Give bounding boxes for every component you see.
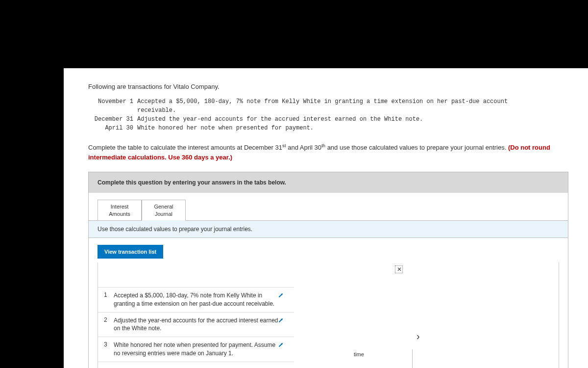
given-txn-row: November 1 Accepted a $5,000, 180-day, 7… xyxy=(88,97,568,106)
given-txn-row: receivable. xyxy=(88,106,568,115)
top-blackbar xyxy=(0,0,588,68)
tab-subinstruction: Use those calculated values to prepare y… xyxy=(89,220,568,238)
instr-sup: th xyxy=(321,143,325,148)
tab-strip: Interest Amounts General Journal xyxy=(89,193,568,221)
tab-label: Interest Amounts xyxy=(105,203,134,217)
instr-sup: st xyxy=(282,143,286,148)
given-txn-row: April 30 White honored her note when pre… xyxy=(88,124,568,132)
instr-part: and April 30 xyxy=(286,144,321,151)
edit-pencil-icon[interactable] xyxy=(278,341,288,358)
transaction-list-panel: ✕ 1 Accepted a $5,000, 180-day, 7% note … xyxy=(98,263,559,368)
instr-part: and use those calculated values to prepa… xyxy=(325,144,508,151)
list-item: 3 White honored her note when presented … xyxy=(98,337,294,362)
chevron-right-icon[interactable]: › xyxy=(416,331,420,342)
intro-text: Following are transactions for Vitalo Co… xyxy=(88,83,568,90)
given-txn-date: April 30 xyxy=(88,124,137,132)
list-item-number: 3 xyxy=(104,341,114,358)
list-item: 2 Adjusted the year-end accounts for the… xyxy=(98,312,294,337)
fragment-time-label: time xyxy=(354,351,364,357)
given-txn-date-blank xyxy=(88,106,137,115)
list-item-text: Adjusted the year-end accounts for the a… xyxy=(114,316,278,333)
tab-general-journal[interactable]: General Journal xyxy=(142,200,186,221)
left-blackbar xyxy=(0,68,64,368)
content-area: Following are transactions for Vitalo Co… xyxy=(64,68,588,368)
given-txn-row: December 31 Adjusted the year-end accoun… xyxy=(88,115,568,124)
given-txn-desc: receivable. xyxy=(137,106,568,115)
answer-banner: Complete this question by entering your … xyxy=(89,172,568,193)
list-item-number: 2 xyxy=(104,316,114,333)
given-txn-desc: Accepted a $5,000, 180-day, 7% note from… xyxy=(137,97,568,106)
close-icon[interactable]: ✕ xyxy=(395,265,403,273)
view-transaction-list-button[interactable]: View transaction list xyxy=(98,245,163,259)
list-item: 1 Accepted a $5,000, 180-day, 7% note fr… xyxy=(98,287,294,312)
given-txn-desc: Adjusted the year-end accounts for the a… xyxy=(137,115,568,124)
given-txn-desc: White honored her note when presented fo… xyxy=(137,124,568,132)
given-transactions: November 1 Accepted a $5,000, 180-day, 7… xyxy=(88,97,568,132)
fragment-time-box: time xyxy=(354,349,413,368)
tab-label: General Journal xyxy=(149,203,178,217)
given-txn-date: November 1 xyxy=(88,97,137,106)
edit-pencil-icon[interactable] xyxy=(278,291,288,308)
edit-pencil-icon[interactable] xyxy=(278,316,288,333)
given-txn-date: December 31 xyxy=(88,115,137,124)
tab-interest-amounts[interactable]: Interest Amounts xyxy=(98,200,142,221)
main-row: Following are transactions for Vitalo Co… xyxy=(0,68,588,368)
list-item-number: 1 xyxy=(104,291,114,308)
instruction-text: Complete the table to calculate the inte… xyxy=(88,142,568,162)
answer-container: Complete this question by entering your … xyxy=(88,172,568,368)
list-item-text: White honored her note when presented fo… xyxy=(114,341,278,358)
list-item-text: Accepted a $5,000, 180-day, 7% note from… xyxy=(114,291,278,308)
txn-desc-line: Accepted a $5,000, 180-day, 7% note from… xyxy=(137,98,508,105)
instr-part: Complete the table to calculate the inte… xyxy=(88,144,282,151)
